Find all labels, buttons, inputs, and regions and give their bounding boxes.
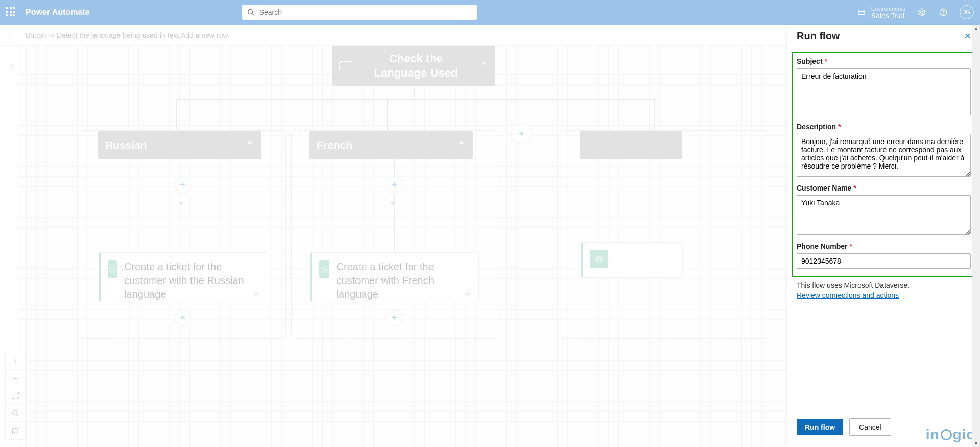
connector [394, 159, 395, 251]
search-input-wrap[interactable] [242, 5, 477, 20]
add-branch-button[interactable]: + [511, 124, 532, 144]
dataverse-icon: ◎ [319, 260, 329, 278]
branch-header-third[interactable] [580, 131, 682, 159]
connector [176, 99, 177, 130]
watermark-logo: ingic [926, 427, 975, 443]
zoom-in-button[interactable]: + [6, 352, 25, 370]
root-title-l1: Check the [389, 52, 443, 65]
branch-label: Russian [105, 139, 246, 151]
subject-input[interactable]: Erreur de facturation [797, 68, 971, 115]
connector [654, 99, 655, 130]
arrow-down-icon: ▾ [391, 199, 394, 207]
connector [387, 99, 388, 130]
svg-line-1 [252, 14, 254, 16]
customer-name-label: Customer Name * [797, 184, 971, 192]
add-step-button[interactable]: + [386, 177, 402, 193]
chevron-up-icon[interactable]: ⌃ [457, 139, 466, 151]
breadcrumb-text: Button -> Detect the language being used… [26, 31, 228, 39]
subject-label: Subject * [797, 57, 971, 65]
connector [414, 86, 415, 99]
chevron-up-icon[interactable]: ⌃ [246, 139, 254, 151]
flow-action-russian[interactable]: ◎ Create a ticket for the customer with … [99, 252, 267, 301]
flow-action-third[interactable]: ◎ [581, 242, 683, 278]
environment-picker[interactable]: Environments Sales Trial [857, 5, 905, 19]
environment-label: Environments [871, 5, 905, 12]
branch-header-russian[interactable]: Russian ⌃ [98, 131, 261, 159]
connector [624, 159, 624, 241]
search-canvas-button[interactable] [6, 405, 25, 422]
connection-icon: ⊘ [465, 290, 471, 298]
environment-icon [857, 8, 866, 17]
flow-branch-russian: Russian ⌃ ▾ + ◎ Create a ticket for the … [80, 130, 286, 339]
customer-name-input[interactable]: Yuki Tanaka [797, 195, 971, 235]
phone-number-input[interactable] [797, 253, 971, 269]
svg-rect-2 [858, 10, 865, 15]
connector [183, 159, 183, 251]
description-input[interactable]: Bonjour, j'ai remarqué une erreur dans m… [797, 134, 971, 177]
search-input[interactable] [259, 8, 472, 16]
zoom-out-button[interactable]: − [6, 370, 25, 387]
minimap-button[interactable] [6, 422, 25, 439]
connection-icon: ⊘ [253, 290, 259, 298]
svg-point-0 [248, 10, 252, 14]
settings-icon[interactable] [917, 7, 927, 17]
chevron-up-icon[interactable]: ⌃ [480, 60, 488, 72]
dataverse-info: This flow uses Microsoft Dataverse. [792, 281, 976, 289]
description-label: Description * [797, 123, 971, 131]
flow-branch-third: ◎ [562, 130, 768, 339]
svg-point-11 [13, 410, 17, 415]
scroll-down-icon[interactable]: ▼ [972, 440, 980, 446]
svg-line-12 [17, 414, 19, 416]
root-title-l2: Language Used [374, 66, 458, 79]
scroll-up-icon[interactable]: ▲ [972, 26, 980, 31]
add-step-button[interactable]: + [175, 310, 191, 326]
add-step-button[interactable]: + [386, 310, 402, 326]
environment-value: Sales Trial [871, 12, 905, 19]
svg-point-5 [943, 14, 943, 14]
help-icon[interactable] [938, 7, 948, 17]
user-avatar[interactable]: JG [960, 5, 974, 19]
back-icon[interactable]: ← [8, 30, 17, 40]
action-title: Create a ticket for the customer with Fr… [337, 260, 469, 301]
phone-number-label: Phone Number * [797, 242, 971, 250]
flow-node-root[interactable]: ···· Check the Language Used ⌃ [332, 46, 495, 86]
run-flow-panel: Run flow ✕ Subject * Erreur de facturati… [787, 25, 980, 447]
review-connections-link[interactable]: Review connections and actions [792, 291, 904, 299]
add-step-button[interactable]: + [175, 177, 191, 193]
run-flow-button[interactable]: Run flow [797, 419, 843, 435]
branch-header-french[interactable]: French ⌃ [309, 131, 473, 159]
dataverse-icon: ◎ [108, 260, 117, 278]
highlighted-form: Subject * Erreur de facturation Descript… [792, 52, 976, 277]
arrow-down-icon: ▾ [179, 199, 183, 207]
flow-action-french[interactable]: ◎ Create a ticket for the customer with … [310, 252, 479, 301]
close-icon[interactable]: ✕ [964, 31, 971, 41]
vertical-scrollbar[interactable]: ▲ ▼ [972, 25, 980, 447]
branch-label: French [317, 139, 457, 151]
connector [176, 99, 654, 100]
trigger-icon: ···· [339, 61, 352, 70]
cancel-button[interactable]: Cancel [849, 418, 891, 436]
svg-point-3 [921, 11, 923, 14]
canvas-tools: + − ⛶ [5, 352, 26, 440]
fit-screen-button[interactable]: ⛶ [6, 387, 25, 405]
panel-title: Run flow [797, 30, 964, 42]
flow-branch-french: French ⌃ ▾ + ◎ Create a ticket for the c… [291, 130, 497, 339]
dataverse-icon: ◎ [590, 250, 608, 268]
brand-title: Power Automate [26, 8, 90, 17]
app-header: Power Automate Environments Sales Trial … [0, 0, 980, 25]
app-launcher-icon[interactable] [6, 7, 16, 17]
action-title: Create a ticket for the customer with th… [124, 260, 257, 301]
search-icon [247, 9, 254, 16]
